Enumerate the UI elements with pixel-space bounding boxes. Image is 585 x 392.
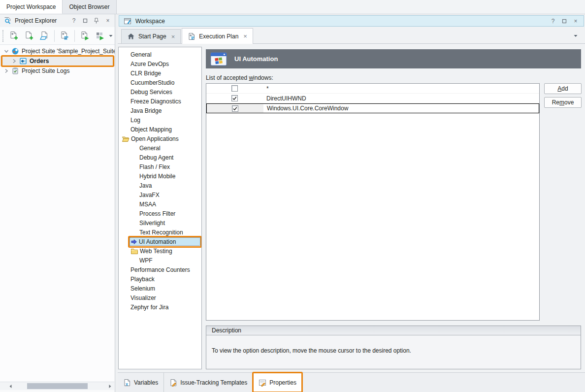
- category-item-box: CucumberStudio: [130, 78, 200, 87]
- bottom-tab-label: Issue-Tracking Templates: [180, 379, 247, 386]
- category-performance-counters[interactable]: Performance Counters: [119, 265, 201, 274]
- window-row-check-cell: [206, 94, 263, 103]
- organize-button[interactable]: [58, 29, 71, 43]
- checkbox[interactable]: [231, 95, 238, 101]
- category-item-box: Log: [130, 116, 200, 124]
- tree-item-project[interactable]: Project Suite Logs: [0, 66, 115, 76]
- category-freeze-diagnostics[interactable]: Freeze Diagnostics: [119, 97, 201, 106]
- category-web-testing[interactable]: Web Testing: [119, 246, 201, 256]
- window-row[interactable]: *: [206, 84, 539, 94]
- category-process-filter[interactable]: Process Filter: [119, 209, 201, 218]
- scroll-right-icon[interactable]: [107, 383, 113, 390]
- category-visualizer[interactable]: Visualizer: [119, 293, 201, 302]
- category-debug-services[interactable]: Debug Services: [119, 87, 201, 97]
- add-project-button[interactable]: [7, 29, 21, 43]
- tab-overflow-dropdown-icon[interactable]: [573, 34, 578, 38]
- main-tab-project-workspace[interactable]: Project Workspace: [0, 0, 63, 14]
- category-clr-bridge[interactable]: CLR Bridge: [119, 68, 201, 78]
- category-flash-flex[interactable]: Flash / Flex: [119, 162, 201, 171]
- checkbox[interactable]: [232, 105, 238, 112]
- category-log[interactable]: Log: [119, 115, 201, 125]
- description-panel: Description To view the option descripti…: [206, 326, 581, 369]
- tab-issue-tracking-templates[interactable]: Issue-Tracking Templates: [164, 373, 253, 392]
- tab-close-icon[interactable]: ×: [243, 33, 247, 40]
- tree-item-project[interactable]: Project Suite 'Sample_Project_Suite' (1 …: [0, 46, 115, 56]
- tab-variables[interactable]: xVariables: [118, 373, 164, 392]
- home-icon: [127, 33, 135, 40]
- add-button[interactable]: Add: [544, 83, 582, 94]
- tree-item-label: Project Suite 'Sample_Project_Suite' (1 …: [21, 48, 115, 55]
- toolbar-drag-handle[interactable]: [2, 30, 4, 42]
- tree-item-orders[interactable]: Orders: [0, 56, 115, 66]
- close-icon[interactable]: ×: [572, 18, 579, 25]
- category-item-box: JavaFX: [138, 191, 200, 199]
- chevron-right-icon[interactable]: [3, 67, 10, 74]
- scroll-left-icon[interactable]: [7, 383, 14, 390]
- category-open-applications[interactable]: Open Applications: [119, 134, 201, 143]
- execution-plan-icon: [188, 33, 195, 40]
- category-silverlight[interactable]: Silverlight: [119, 218, 201, 228]
- project-icon: [19, 57, 27, 65]
- category-zephyr-for-jira[interactable]: Zephyr for Jira: [119, 302, 201, 312]
- category-azure-devops[interactable]: Azure DevOps: [119, 59, 201, 68]
- window-row-check-cell: [206, 84, 263, 93]
- category-msaa[interactable]: MSAA: [119, 199, 201, 209]
- chevron-right-icon[interactable]: [11, 58, 18, 65]
- category-item-box: Java: [138, 181, 200, 190]
- category-general[interactable]: General: [119, 143, 201, 153]
- category-wpf[interactable]: WPF: [119, 256, 201, 265]
- category-debug-agent[interactable]: Debug Agent: [119, 153, 201, 162]
- category-text-recognition[interactable]: Text Recognition: [119, 228, 201, 237]
- window-row[interactable]: Windows.UI.Core.CoreWindow: [206, 103, 539, 113]
- scrollbar-thumb[interactable]: [27, 383, 88, 389]
- category-playback[interactable]: Playback: [119, 274, 201, 284]
- help-icon[interactable]: ?: [550, 18, 556, 25]
- main-tab-object-browser[interactable]: Object Browser: [63, 0, 116, 14]
- horizontal-scrollbar[interactable]: [0, 382, 114, 390]
- category-general[interactable]: General: [119, 50, 201, 59]
- run-suite-button[interactable]: [93, 29, 107, 43]
- category-label: Log: [130, 117, 140, 124]
- tab-close-icon[interactable]: ×: [171, 33, 175, 40]
- remove-button[interactable]: Remove: [544, 97, 582, 108]
- tab-start-page[interactable]: Start Page×: [121, 29, 181, 43]
- category-label: Text Recognition: [139, 229, 183, 236]
- window-class-name: Windows.UI.Core.CoreWindow: [263, 104, 539, 113]
- project-explorer-title: Project Explorer: [15, 17, 67, 24]
- category-object-mapping[interactable]: Object Mapping: [119, 125, 201, 134]
- category-label: Open Applications: [131, 135, 179, 142]
- tab-properties[interactable]: Properties: [253, 373, 302, 392]
- close-icon[interactable]: ×: [104, 17, 111, 24]
- category-java[interactable]: Java: [119, 181, 201, 190]
- category-ui-automation[interactable]: UI Automation: [119, 237, 201, 246]
- float-icon[interactable]: [561, 18, 568, 25]
- help-icon[interactable]: ?: [70, 17, 77, 24]
- dropdown-button[interactable]: [108, 33, 113, 39]
- window-row[interactable]: DirectUIHWND: [206, 94, 539, 103]
- project-suite-icon: [11, 47, 19, 55]
- tab-execution-plan[interactable]: Execution Plan×: [182, 28, 253, 44]
- run-project-icon: [80, 31, 90, 41]
- category-label: Object Mapping: [130, 126, 172, 133]
- category-item-box: Text Recognition: [138, 228, 200, 236]
- category-cucumberstudio[interactable]: CucumberStudio: [119, 78, 201, 87]
- category-selenium[interactable]: Selenium: [119, 284, 201, 293]
- bottom-tab-label: Properties: [269, 379, 296, 386]
- run-project-button[interactable]: [78, 29, 92, 43]
- category-label: Process Filter: [139, 210, 175, 217]
- category-hybrid-mobile[interactable]: Hybrid Mobile: [119, 171, 201, 181]
- category-java-bridge[interactable]: Java Bridge: [119, 106, 201, 115]
- chevron-down-icon[interactable]: [3, 48, 10, 55]
- toolbar-separator: [54, 30, 55, 42]
- open-file-button[interactable]: [37, 29, 51, 43]
- pin-icon[interactable]: [93, 17, 100, 24]
- open-file-icon: [39, 31, 49, 41]
- checkbox[interactable]: [231, 85, 238, 92]
- options-group-header: UI Automation: [206, 49, 581, 68]
- category-javafx[interactable]: JavaFX: [119, 190, 201, 199]
- new-item-button[interactable]: [22, 29, 36, 43]
- float-icon[interactable]: [82, 17, 89, 24]
- category-item-box: Performance Counters: [130, 265, 200, 274]
- category-label: Freeze Diagnostics: [130, 98, 181, 105]
- variables-icon: x: [123, 379, 131, 387]
